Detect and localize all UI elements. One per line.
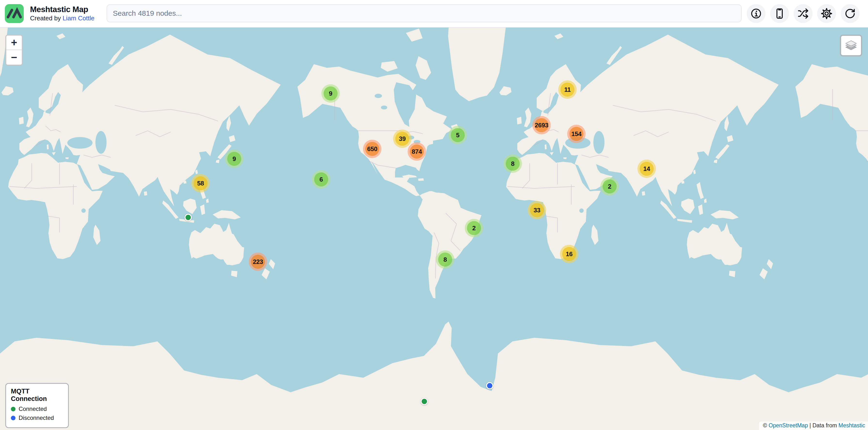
openstreetmap-link[interactable]: OpenStreetMap [769, 422, 808, 429]
meshtastic-link[interactable]: Meshtastic [838, 422, 865, 429]
cluster-marker[interactable]: 2 [465, 219, 483, 237]
zoom-control: + − [5, 35, 23, 66]
info-icon [751, 8, 762, 19]
marker-layer: 959862281139145833162693154650874223 [0, 0, 868, 430]
cluster-count: 6 [314, 172, 328, 187]
legend-dot-connected [11, 407, 16, 411]
cluster-marker[interactable]: 9 [321, 84, 340, 103]
node-marker-disconnected[interactable] [486, 382, 493, 389]
smartphone-icon [774, 8, 785, 19]
zoom-in-button[interactable]: + [6, 36, 22, 50]
meshtastic-logo-icon [5, 4, 24, 23]
cluster-count: 39 [395, 132, 409, 146]
cluster-marker[interactable]: 8 [436, 250, 454, 269]
header-actions [747, 4, 860, 23]
author-link[interactable]: Liam Cottle [62, 14, 94, 22]
cluster-count: 9 [323, 87, 338, 100]
cluster-count: 650 [365, 142, 379, 156]
cluster-count: 2693 [534, 118, 549, 132]
cluster-marker[interactable]: 8 [503, 155, 522, 173]
cluster-count: 8 [506, 157, 520, 171]
cluster-count: 14 [640, 162, 654, 176]
cluster-count: 5 [451, 128, 465, 142]
cluster-count: 58 [193, 176, 208, 190]
refresh-icon [844, 8, 856, 19]
node-marker-connected[interactable] [185, 214, 192, 221]
cluster-marker[interactable]: 650 [363, 140, 381, 158]
map[interactable]: 959862281139145833162693154650874223 [0, 0, 868, 430]
attribution-prefix: © [763, 422, 769, 429]
cluster-marker[interactable]: 9 [225, 150, 243, 168]
settings-button[interactable] [817, 4, 836, 23]
cluster-marker[interactable]: 14 [638, 160, 656, 178]
cluster-marker[interactable]: 16 [560, 245, 578, 263]
cluster-marker[interactable]: 33 [528, 201, 546, 219]
mobile-app-button[interactable] [770, 4, 789, 23]
shuffle-icon [798, 8, 809, 19]
cluster-marker[interactable]: 2693 [532, 116, 551, 134]
search-input[interactable] [106, 4, 742, 22]
legend-title: MQTT Connection [11, 388, 63, 403]
gear-icon [821, 8, 832, 19]
cluster-marker[interactable]: 874 [408, 142, 426, 161]
meshtastic-logo [5, 4, 24, 23]
cluster-marker[interactable]: 58 [191, 174, 210, 193]
map-attribution: © OpenStreetMap | Data from Meshtastic [759, 422, 868, 430]
refresh-button[interactable] [841, 4, 860, 23]
cluster-count: 154 [569, 127, 583, 141]
cluster-marker[interactable]: 223 [249, 253, 267, 271]
attribution-separator: | Data from [808, 422, 838, 429]
cluster-count: 2 [602, 179, 617, 194]
cluster-count: 874 [410, 144, 424, 159]
zoom-out-button[interactable]: − [6, 50, 22, 65]
cluster-count: 33 [530, 203, 544, 217]
legend-dot-disconnected [11, 416, 16, 420]
byline-prefix: Created by [30, 14, 62, 22]
legend-label: Disconnected [19, 415, 54, 421]
legend-label: Connected [19, 405, 47, 412]
cluster-marker[interactable]: 154 [567, 125, 586, 143]
cluster-count: 11 [560, 82, 575, 97]
cluster-marker[interactable]: 2 [600, 177, 619, 196]
cluster-marker[interactable]: 6 [312, 170, 330, 189]
byline: Created by Liam Cottle [30, 15, 94, 22]
node-marker-connected[interactable] [421, 398, 428, 405]
cluster-count: 8 [438, 253, 452, 267]
cluster-count: 2 [467, 221, 481, 235]
layers-icon [844, 39, 858, 52]
layers-control[interactable] [840, 35, 862, 57]
app-header: Meshtastic Map Created by Liam Cottle [0, 0, 868, 28]
page-title: Meshtastic Map [30, 5, 94, 14]
cluster-marker[interactable]: 39 [393, 130, 411, 148]
cluster-count: 9 [227, 152, 241, 166]
cluster-count: 223 [251, 255, 265, 269]
legend-item-disconnected: Disconnected [11, 415, 63, 421]
legend-item-connected: Connected [11, 405, 63, 412]
cluster-marker[interactable]: 5 [448, 126, 467, 144]
mqtt-legend: MQTT Connection ConnectedDisconnected [5, 383, 69, 428]
info-button[interactable] [747, 4, 766, 23]
cluster-marker[interactable]: 11 [558, 80, 577, 99]
cluster-count: 16 [562, 247, 576, 261]
random-node-button[interactable] [794, 4, 812, 23]
